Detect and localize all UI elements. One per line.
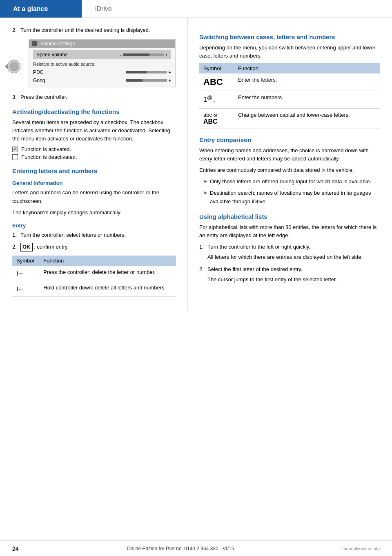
volume-title-bar: Volume settings [29,40,175,48]
left-table-row2-symbol: I← [12,281,39,296]
right-symbol-table: Symbol Function ABC Enter the letters. 1… [199,63,380,129]
svg-point-2 [10,62,18,71]
step-2-text: Turn the controller until the desired se… [20,26,176,34]
alpha-step-2-sub: The cursor jumps to the first entry of t… [207,276,380,284]
alpha-step-1-content: Turn the controller to the left or right… [207,243,380,261]
gong-slider-fill [126,79,143,82]
entry-step-1-num: 1. [12,231,20,239]
section-entering-heading: Entering letters and numbers [12,167,176,174]
tab-idrive[interactable]: iDrive [82,0,125,18]
checkbox-deactivated-label: Function is deactivated. [21,154,77,160]
step-2: 2. Turn the controller until the desired… [12,26,176,34]
entry-comparison-text-2: Entries are continuously compared with d… [199,166,380,174]
section-activating-heading: Activating/deactivating the functions [12,108,176,115]
home-icon [32,41,37,46]
right-table-row2-symbol: 1@+ [199,91,234,109]
main-content: 2. Turn the controller until the desired… [0,18,392,311]
pdc-minus: - [123,70,125,75]
right-table-row2-function: Enter the numbers. [234,91,380,109]
left-column: 2. Turn the controller until the desired… [0,18,188,311]
volume-title-text: Volume settings [40,41,75,47]
checkbox-activated-label: Function is activated. [21,146,71,152]
gong-row: Gong - + [33,76,171,85]
step-2-num: 2. [12,26,20,34]
backspace-symbol-1: I← [16,270,24,277]
right-table-row1-function: Enter the letters. [234,73,380,91]
gong-slider-bar [126,79,167,82]
bullet-item-1: ► Only those letters are offered during … [199,178,380,186]
bullet-text-2: Destination search: names of locations m… [210,189,380,205]
entry-step-1: 1. Turn the controller: select letters o… [12,231,176,239]
general-text-1: Letters and numbers can be entered using… [12,189,176,205]
page-number: 24 [12,545,19,552]
section-alpha-lists-heading: Using alphabetical lists [199,213,380,220]
checkbox-unchecked-icon [12,154,18,160]
step-3-text: Press the controller. [20,93,176,101]
gong-label: Gong [33,78,45,83]
pdc-row: PDC - + [33,68,171,76]
right-table-row1-symbol: ABC [199,73,234,91]
pdc-label: PDC [33,69,43,75]
gong-slider: - + [123,78,171,83]
pdc-slider: - + [123,70,171,75]
table-row: ABC Enter the letters. [199,73,380,91]
ok-symbol: OK [20,243,33,251]
slider-bar [123,53,164,56]
table-row: I← Press the controller: delete the lett… [12,266,176,281]
left-table-col1-header: Symbol [12,256,39,266]
checkbox-activated-item: Function is activated. [12,146,176,152]
switching-text: Depending on the menu, you can switch be… [199,44,380,60]
checkbox-deactivated-item: Function is deactivated. [12,154,176,160]
left-table-col2-header: Function [39,256,176,266]
page-footer: 24 Online Edition for Part no. 0140 2 96… [0,540,392,556]
gong-plus: + [169,78,171,83]
left-table-row2-function: Hold controller down: delete all letters… [39,281,176,296]
edition-text: Online Edition for Part no. 0140 2 964 3… [127,546,234,552]
volume-inner: Speed volume - + Relative to active audi… [29,48,175,87]
entry-step-2: 2. OK : confirm entry. [12,243,176,251]
alpha-step-1-text: Turn the controller to the left or right… [207,243,380,251]
tab-at-a-glance[interactable]: At a glance [0,0,82,18]
volume-settings-box: Volume settings Speed volume - + Rela [29,39,176,87]
activating-text: Several menu items are preceded by a che… [12,118,176,143]
left-table-row1-symbol: I← [12,266,39,281]
right-table-row3-function: Change between capital and lower-case le… [234,108,380,129]
right-table-col2-header: Function [234,63,380,73]
step-3: 3. Press the controller. [12,93,176,101]
checkbox-checked-icon [12,147,18,152]
alpha-step-2-text: Select the first letter of the desired e… [207,265,380,274]
right-column: Switching between cases, letters and num… [188,18,392,311]
table-row: abc or ABC Change between capital and lo… [199,108,380,129]
tab-inactive-label: iDrive [95,5,112,13]
alpha-step-2: 2. Select the first letter of the desire… [199,265,380,284]
slider-minus: - [120,52,121,57]
bullet-text-1: Only those letters are offered during in… [210,178,371,186]
alpha-step-2-num: 2. [199,265,207,284]
speed-volume-row: Speed volume - + [33,50,171,59]
table-row: I← Hold controller down: delete all lett… [12,281,176,296]
alpha-step-1-sub: All letters for which there are entries … [207,253,380,261]
alpha-step-1: 1. Turn the controller to the left or ri… [199,243,380,261]
step-3-num: 3. [12,93,20,101]
alpha-step-2-content: Select the first letter of the desired e… [207,265,380,284]
general-text-2: The keyboard's display changes automatic… [12,209,176,217]
left-table-row1-function: Press the controller: delete the letter … [39,266,176,281]
section-switching-heading: Switching between cases, letters and num… [199,33,380,40]
alpha-step-1-num: 1. [199,243,207,261]
relative-label: Relative to active audio source: [33,62,171,67]
tab-active-label: At a glance [13,5,48,13]
bullet-arrow-1: ► [203,178,210,186]
bullet-arrow-2: ► [203,189,210,205]
entry-step-2-num: 2. [12,243,20,251]
pdc-slider-fill [126,71,147,73]
volume-settings-container: Volume settings Speed volume - + Rela [20,39,176,87]
pdc-slider-bar [126,71,167,73]
left-symbol-table: Symbol Function I← Press the controller:… [12,256,176,297]
entry-step-2-confirm: : confirm entry. [34,244,69,250]
bullet-item-2: ► Destination search: names of locations… [199,189,380,205]
table-row: 1@+ Enter the numbers. [199,91,380,109]
subsection-entry-heading: Entry [12,222,176,229]
speed-volume-label: Speed volume [36,52,68,58]
alpha-text: For alphabetical lists with more than 30… [199,223,380,240]
page-header: At a glance iDrive [0,0,392,18]
